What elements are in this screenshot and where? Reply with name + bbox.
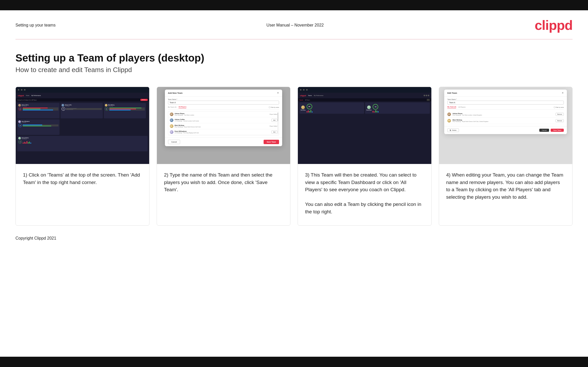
edit-modal-tabs: My Team (2) All Players Filter by name [447,106,564,110]
ss1-dot1 [18,89,19,91]
modal-header: Add New Team ✕ [165,90,282,97]
card-1-text: 1) Click on 'Teams' at the top of the sc… [16,164,149,193]
ss1-player-5: Richard Butler Plus Handicap 72 [17,136,148,151]
edit-avatar-1: AP [447,112,451,116]
card-3: clippd Teams My Performance Team A All P… [298,87,432,226]
edit-player-info-2: Blair McHarg Plus Handicap · Royal North… [452,119,554,122]
ss1-player-2: Adrian Coliba 1.5 Handicap 0 [61,103,103,118]
player-avatar-1: AP [170,112,173,116]
edit-player-1: AP Adrian Player Plus Handicap · The Shi… [447,111,564,118]
edit-modal-close-icon[interactable]: ✕ [562,92,564,94]
ss3-nav: clippd Teams My Performance [298,93,431,98]
modal-filter: Filter by name [269,107,279,108]
edit-tab-my-team[interactable]: My Team (2) [447,106,456,108]
ss3-dot2 [303,89,305,91]
modal-title: Add New Team [168,92,183,94]
edit-cancel-button[interactable]: Cancel [539,129,549,132]
player-avatar-2: AC [170,118,173,122]
remove-button-2[interactable]: Remove [556,119,564,122]
edit-filter-checkbox[interactable] [554,107,555,108]
tab-my-team[interactable]: My Team (2) [168,106,177,108]
card-1-description: 1) Click on 'Teams' at the top of the sc… [23,172,140,185]
ss1-header-text1: Viewing 8 out of 8 players from: All Pla… [17,99,37,101]
ss1-dot3 [24,89,26,91]
card-2-screenshot: Add New Team ✕ Team Name * Team A My Tea… [157,87,290,164]
ss1-player-1: Adrian Collins Plus Handicap 84 [17,103,60,118]
player-club-3: Plus Handicap · Royal North Devon Golf C… [175,126,268,128]
add-button-4[interactable]: Add [271,130,277,134]
ss3-dot1 [300,89,301,91]
card-1: clippd Home My Performance Viewing 8 out… [15,87,149,226]
top-bar [0,0,588,10]
edit-modal-title: Edit Team [447,92,457,94]
edit-team-modal: Edit Team ✕ Team Name * Team A My Team (… [444,90,567,134]
header-left: Setting up your teams [15,23,56,28]
player-club-2: 1.5 Handicap · Central London Golf Centr… [175,120,270,122]
add-button-2[interactable]: Add [271,119,277,122]
edit-team-name-input[interactable]: Team A [447,101,564,104]
edit-team-name-label: Team Name * [447,99,564,100]
cancel-button[interactable]: Cancel [168,140,180,144]
player-avatar-4: DB [170,130,173,134]
header-center: User Manual – November 2022 [266,23,324,28]
edit-modal-filter: Filter by name [554,107,564,108]
edit-save-button[interactable]: Save Team [551,129,564,132]
card-4-description: 4) When editing your Team, you can chang… [446,172,564,200]
ss1-logo: clippd [18,94,24,97]
card-1-screenshot: clippd Home My Performance Viewing 8 out… [16,87,149,164]
edit-modal-body: Team Name * Team A My Team (2) All Playe… [444,97,567,126]
delete-button[interactable]: 🗑 Delete [447,128,459,132]
card-4-text: 4) When editing your Team, you can chang… [439,164,573,208]
player-item-2: AC Adrian Coliba 1.5 Handicap · Central … [168,117,279,123]
ss1-mockup: clippd Home My Performance Viewing 8 out… [16,87,149,164]
card-3-text: 3) This Team will then be created. You c… [298,164,431,223]
copyright-area: Copyright Clippd 2021 [0,226,588,246]
tab-all-players[interactable]: All Players [179,106,187,108]
ss1-player-grid: Adrian Collins Plus Handicap 84 [16,101,149,153]
card-2-text: 2) Type the name of this Team and then s… [157,164,290,201]
ss1-nav-home: Home [26,95,29,96]
card-2-description: 2) Type the name of this Team and then s… [164,172,273,192]
edit-player-club-2: Plus Handicap · Royal North Devon Golf C… [452,121,554,122]
filter-label: Filter by name [271,107,279,108]
ss4-mockup: Edit Team ✕ Team Name * Team A My Team (… [439,87,573,164]
modal-scrollbar [278,112,278,134]
ss3-content: Blair McHarg 94 [298,101,431,116]
modal-footer: Cancel Save Team [165,137,282,146]
page-title-section: Setting up a Team of players (desktop) H… [0,39,588,79]
edit-tab-all-players[interactable]: All Players [458,106,465,108]
page-heading: Setting up a Team of players (desktop) [15,52,573,64]
page-container: Setting up your teams User Manual – Nove… [0,0,588,367]
ss1-dot2 [21,89,22,91]
player-status-1: Player Added [270,113,277,115]
modal-scrollbar-thumb [278,112,278,121]
ss1-nav-teams: My Performance [31,95,41,96]
delete-label: Delete [452,129,456,131]
modal-close-icon[interactable]: ✕ [277,92,279,94]
player-status-3: Player Added [270,125,277,127]
ss3-header-row: Team A All Players ✎ [298,98,431,101]
edit-modal-header: Edit Team ✕ [444,90,567,97]
save-team-button[interactable]: Save Team [264,140,279,144]
team-name-input[interactable]: Team A [168,101,279,104]
header-logo: clippd [535,18,573,33]
player-avatar-3: BM [170,124,173,128]
edit-filter-label: Filter by name [556,107,564,108]
player-info-1: Adrian Player Plus Handicap · The Shire … [175,113,268,116]
filter-checkbox[interactable] [269,107,270,108]
card-4: Edit Team ✕ Team Name * Team A My Team (… [439,87,573,226]
edit-player-info-1: Adrian Player Plus Handicap · The Shire … [452,113,554,116]
edit-player-2: BM Blair McHarg Plus Handicap · Royal No… [447,118,564,124]
modal-body: Team Name * Team A My Team (2) All Playe… [165,97,282,137]
edit-modal-footer: 🗑 Delete Cancel Save Team [444,126,567,134]
card-4-screenshot: Edit Team ✕ Team Name * Team A My Team (… [439,87,573,164]
remove-button-1[interactable]: Remove [556,113,564,116]
header: Setting up your teams User Manual – Nove… [0,10,588,33]
team-name-label: Team Name * [168,99,279,100]
player-club-4: 1.8 Handicap · The Ding Maging Golf Club [175,132,270,134]
player-info-2: Adrian Coliba 1.5 Handicap · Central Lon… [175,119,270,122]
player-info-3: Blair McHarg Plus Handicap · Royal North… [175,125,268,128]
cards-row: clippd Home My Performance Viewing 8 out… [0,79,588,226]
ss3-topbar [298,87,431,93]
ss3-player-richard: Richard Butler 72 [365,102,430,114]
